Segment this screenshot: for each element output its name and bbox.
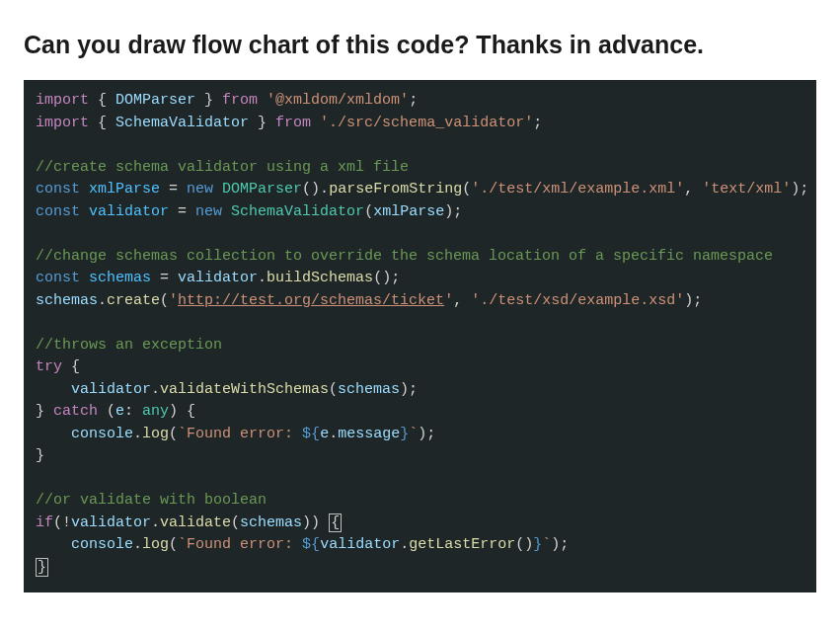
comment: //create schema validator using a xml fi… <box>36 159 409 176</box>
ident-console: console <box>71 426 133 442</box>
kw-from: from <box>275 115 311 131</box>
fn-validatewithschemas: validateWithSchemas <box>160 381 329 398</box>
cursor-brace-close: } <box>36 558 48 577</box>
str-template: `Found error: <box>178 536 302 553</box>
url-link[interactable]: http://test.org/schemas/ticket <box>178 292 444 309</box>
ident-schemas: schemas <box>36 292 98 309</box>
kw-from: from <box>222 92 258 109</box>
kw-import: import <box>36 115 89 131</box>
kw-new: new <box>187 181 213 197</box>
var-schemas: schemas <box>89 270 151 286</box>
fn-log: log <box>142 426 169 442</box>
kw-new: new <box>195 203 222 220</box>
kw-catch: catch <box>53 403 98 420</box>
fn-getlasterror: getLastError <box>409 536 515 553</box>
arg-xmlparse: xmlParse <box>373 203 444 220</box>
ident-validator: validator <box>71 514 151 531</box>
brace-open: { <box>89 92 115 109</box>
kw-const: const <box>36 203 80 220</box>
kw-if: if <box>36 514 53 531</box>
cursor-brace: { <box>329 513 342 532</box>
arg-schemas: schemas <box>338 381 400 398</box>
ident-schemavalidator: SchemaValidator <box>115 115 249 131</box>
kw-import: import <box>36 92 89 109</box>
ident-e: e <box>320 426 329 442</box>
ident-domparser: DOMParser <box>115 92 195 109</box>
kw-try: try <box>36 358 62 375</box>
question-heading: Can you draw flow chart of this code? Th… <box>24 28 816 62</box>
kw-const: const <box>36 181 80 197</box>
fn-validate: validate <box>160 514 231 531</box>
question-container: Can you draw flow chart of this code? Th… <box>0 0 840 592</box>
str-xmlpath: './test/xml/example.xml' <box>471 181 684 197</box>
fn-buildschemas: buildSchemas <box>267 270 373 286</box>
fn-create: create <box>107 292 160 309</box>
comment: //or validate with boolean <box>36 492 267 509</box>
ident-validator: validator <box>71 381 151 398</box>
type-any: any <box>142 403 169 420</box>
str-module: './src/schema_validator' <box>320 115 533 131</box>
ident-console: console <box>71 536 133 553</box>
var-validator: validator <box>89 203 169 220</box>
str-module: '@xmldom/xmldom' <box>267 92 409 109</box>
str-template: `Found error: <box>178 426 302 442</box>
class-schemavalidator: SchemaValidator <box>231 203 364 220</box>
var-xmlparse: xmlParse <box>89 181 160 197</box>
param-e: e <box>115 403 124 420</box>
str-xsdpath: './test/xsd/example.xsd' <box>471 292 684 309</box>
comment: //change schemas collection to override … <box>36 248 773 265</box>
comment: //throws an exception <box>36 337 222 354</box>
class-domparser: DOMParser <box>222 181 302 197</box>
ident-validator: validator <box>178 270 258 286</box>
prop-message: message <box>338 426 400 442</box>
ident-validator: validator <box>320 536 400 553</box>
code-block: import { DOMParser } from '@xmldom/xmldo… <box>24 80 816 592</box>
arg-schemas: schemas <box>240 514 302 531</box>
kw-const: const <box>36 270 80 286</box>
fn-log: log <box>142 536 169 553</box>
fn-parsefromstring: parseFromString <box>329 181 462 197</box>
brace-close: } <box>195 92 222 109</box>
str-mime: 'text/xml' <box>702 181 791 197</box>
